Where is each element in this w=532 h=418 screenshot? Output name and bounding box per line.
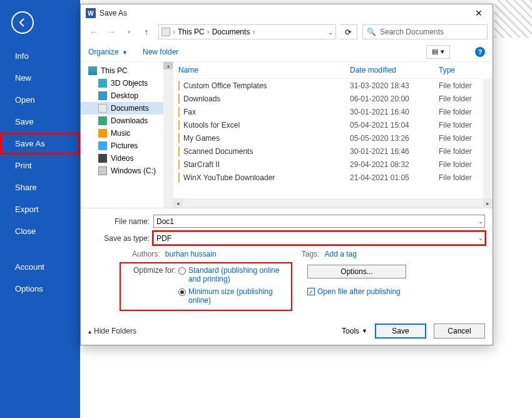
tree-documents[interactable]: Documents (81, 102, 173, 115)
chevron-down-icon: ▼ (362, 328, 367, 334)
tools-menu[interactable]: Tools ▼ (342, 327, 367, 335)
radio-standard-label[interactable]: Standard (publishing online and printing… (188, 266, 286, 283)
nav-recent-dropdown[interactable]: ▾ (121, 24, 137, 39)
hide-folders-button[interactable]: ▴ Hide Folders (88, 327, 136, 335)
organize-menu[interactable]: Organize ▼ (88, 48, 128, 56)
save-button[interactable]: Save (375, 324, 426, 339)
tree-videos[interactable]: Videos (81, 152, 173, 165)
folder-icon (178, 107, 180, 117)
refresh-button[interactable]: ⟳ (340, 24, 357, 39)
chevron-up-icon: ▴ (88, 328, 91, 335)
menu-save[interactable]: Save (0, 111, 80, 133)
tags-label: Tags: (302, 250, 320, 258)
cancel-button[interactable]: Cancel (434, 324, 485, 339)
view-mode-button[interactable]: ▤ ▾ (426, 45, 450, 59)
table-row[interactable]: Downloads06-01-2020 20:00File folder (173, 92, 493, 105)
tree-downloads[interactable]: Downloads (81, 115, 173, 127)
chevron-down-icon[interactable]: ⌄ (478, 235, 483, 242)
file-list-hscroll[interactable]: ◂ ▸ (173, 198, 493, 208)
menu-account[interactable]: Account (0, 256, 80, 278)
tree-item-label: Music (111, 129, 130, 138)
menu-save-as[interactable]: Save As (0, 133, 80, 155)
tree-item-label: Pictures (111, 141, 138, 150)
table-row[interactable]: Fax30-01-2021 16:40File folder (173, 105, 493, 118)
new-folder-button[interactable]: New folder (143, 48, 178, 56)
back-button[interactable] (11, 11, 34, 34)
tree-scrollbar[interactable] (163, 62, 173, 208)
open-after-label: Open file after publishing (317, 287, 401, 296)
breadcrumb-sep: › (173, 28, 175, 36)
table-row[interactable]: WinX YouTube Downloader21-04-2021 01:05F… (173, 171, 493, 184)
folder-type-icon (98, 91, 107, 100)
tree-pictures[interactable]: Pictures (81, 140, 173, 152)
menu-new[interactable]: New (0, 67, 80, 89)
optimize-options: Optimize for: Standard (publishing onlin… (120, 262, 292, 311)
authors-value[interactable]: burhan hussain (165, 250, 217, 258)
nav-toolbar: ← → ▾ ↑ › This PC › Documents › ⌄ ⟳ 🔍 Se… (81, 22, 493, 42)
table-row[interactable]: StarCraft II29-04-2021 08:32File folder (173, 158, 493, 171)
menu-options[interactable]: Options (0, 278, 80, 300)
tree-3d-objects[interactable]: 3D Objects (81, 77, 173, 89)
search-input[interactable]: 🔍 Search Documents (362, 24, 488, 39)
tree-desktop[interactable]: Desktop (81, 89, 173, 102)
open-after-checkbox-row[interactable]: ✓ Open file after publishing (307, 287, 406, 296)
search-placeholder: Search Documents (380, 28, 444, 36)
tags-value[interactable]: Add a tag (324, 250, 356, 258)
tree-scroll-up[interactable]: ▴ (163, 62, 173, 69)
menu-export[interactable]: Export (0, 198, 80, 220)
tree-windows-c-[interactable]: Windows (C:) (81, 165, 173, 177)
checkbox-checked-icon[interactable]: ✓ (307, 288, 315, 295)
folder-icon (178, 120, 180, 130)
radio-minimum-label[interactable]: Minimum size (publishing online) (188, 287, 286, 305)
col-name[interactable]: Name (178, 66, 350, 74)
tree-music[interactable]: Music (81, 127, 173, 140)
breadcrumb-sep: › (252, 28, 255, 36)
menu-share[interactable]: Share (0, 176, 80, 198)
col-type[interactable]: Type (439, 66, 488, 74)
tree-item-label: Documents (111, 104, 149, 113)
breadcrumb-folder[interactable]: Documents (212, 28, 250, 36)
close-button[interactable]: ✕ (466, 4, 491, 22)
titlebar: W Save As ✕ (81, 4, 493, 22)
file-list-vscroll[interactable] (483, 79, 493, 198)
menu-close[interactable]: Close (0, 220, 80, 242)
options-button[interactable]: Options... (307, 265, 406, 278)
address-dropdown-icon[interactable]: ⌄ (328, 29, 333, 36)
nav-up[interactable]: ↑ (138, 24, 155, 39)
chevron-down-icon: ▼ (122, 49, 128, 56)
col-date[interactable]: Date modified (350, 66, 439, 74)
folder-type-icon (98, 166, 107, 175)
breadcrumb-root[interactable]: This PC (178, 28, 205, 36)
menu-print[interactable]: Print (0, 155, 80, 176)
scroll-right-icon[interactable]: ▸ (483, 198, 493, 208)
tree-root-label: This PC (101, 66, 128, 75)
breadcrumb-sep: › (207, 28, 210, 36)
file-name-input[interactable]: Doc1⌄ (153, 215, 485, 228)
arrow-left-icon (18, 18, 28, 28)
save-type-select[interactable]: PDF⌄ (153, 232, 485, 245)
tree-this-pc[interactable]: This PC (81, 64, 173, 77)
table-row[interactable]: My Games05-05-2020 13:26File folder (173, 131, 493, 145)
scroll-left-icon[interactable]: ◂ (173, 198, 183, 208)
folder-icon (161, 28, 170, 36)
folder-icon (178, 133, 180, 143)
table-row[interactable]: Scanned Documents30-01-2021 16:46File fo… (173, 145, 493, 158)
file-list: Name Date modified Type Custom Office Te… (173, 62, 493, 208)
menu-info[interactable]: Info (0, 45, 80, 67)
table-row[interactable]: Custom Office Templates31-03-2020 18:43F… (173, 79, 493, 92)
address-bar[interactable]: › This PC › Documents › ⌄ (158, 24, 336, 39)
nav-forward[interactable]: → (103, 24, 120, 39)
folder-type-icon (98, 129, 107, 138)
table-row[interactable]: Kutools for Excel05-04-2021 15:04File fo… (173, 118, 493, 131)
save-type-label: Save as type: (88, 234, 153, 243)
radio-standard[interactable] (178, 267, 186, 275)
folder-type-icon (98, 79, 107, 88)
chevron-down-icon[interactable]: ⌄ (478, 218, 483, 225)
radio-minimum[interactable] (178, 288, 186, 296)
tree-item-label: Videos (111, 154, 133, 163)
help-button[interactable]: ? (475, 47, 485, 57)
nav-back[interactable]: ← (86, 24, 102, 39)
search-icon: 🔍 (367, 28, 376, 36)
menu-open[interactable]: Open (0, 89, 80, 111)
tree-item-label: Downloads (111, 116, 148, 125)
